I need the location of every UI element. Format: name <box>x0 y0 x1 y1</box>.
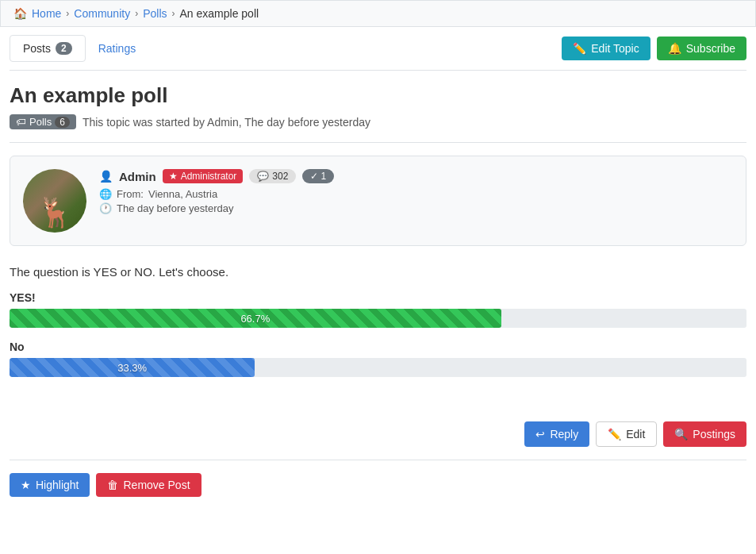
from-label: From: <box>117 188 144 200</box>
edit-icon: ✏️ <box>608 428 621 441</box>
breadcrumb-sep-2: › <box>135 8 138 19</box>
verified-badge: ✓ 1 <box>302 169 334 183</box>
tag-icon: 🏷 <box>16 116 26 128</box>
reply-button[interactable]: ↩ Reply <box>524 421 589 447</box>
poll-question: The question is YES or NO. Let's choose. <box>10 265 746 279</box>
post-section: 👤 Admin ★ Administrator 💬 302 ✓ 1 <box>10 143 746 460</box>
from-value: Vienna, Austria <box>148 188 217 200</box>
msg-count-badge: 💬 302 <box>249 169 296 183</box>
tab-ratings[interactable]: Ratings <box>86 36 148 61</box>
meta-row: 🏷 Polls 6 This topic was started by Admi… <box>10 114 746 129</box>
posts-count-badge: 2 <box>56 42 72 55</box>
role-badge: ★ Administrator <box>163 169 244 183</box>
edit-button[interactable]: ✏️ Edit <box>596 421 657 447</box>
subscribe-button[interactable]: 🔔 Subscribe <box>657 37 746 60</box>
user-icon: 👤 <box>99 170 113 183</box>
globe-icon: 🌐 <box>99 188 112 200</box>
role-label: Administrator <box>181 171 237 182</box>
polls-badge: 🏷 Polls 6 <box>10 114 76 129</box>
remove-post-label: Remove Post <box>123 479 190 491</box>
msg-count-value: 302 <box>272 171 288 182</box>
option2-label: No <box>10 340 746 353</box>
option1-pct: 66.7% <box>240 313 270 325</box>
subscribe-label: Subscribe <box>686 42 735 55</box>
option1-bar-wrap[interactable]: 66.7% <box>10 309 746 328</box>
tab-posts-label: Posts <box>23 42 51 55</box>
highlight-label: Highlight <box>36 479 79 491</box>
reply-label: Reply <box>550 428 578 441</box>
pencil-icon: ✏️ <box>573 42 586 55</box>
option2-pct: 33.3% <box>117 362 147 374</box>
home-icon: 🏠 <box>13 7 27 20</box>
meta-text: This topic was started by Admin, The day… <box>83 116 370 129</box>
breadcrumb: 🏠 Home › Community › Polls › An example … <box>0 0 756 27</box>
avatar <box>23 169 86 233</box>
breadcrumb-sep-1: › <box>66 8 69 19</box>
user-info: 👤 Admin ★ Administrator 💬 302 ✓ 1 <box>99 169 733 217</box>
edit-label: Edit <box>626 428 645 441</box>
option1-bar-fill: 66.7% <box>10 309 501 328</box>
bottom-actions: ★ Highlight 🗑 Remove Post <box>10 460 746 503</box>
post-time: The day before yesterday <box>117 202 233 214</box>
user-time-row: 🕐 The day before yesterday <box>99 202 733 214</box>
verified-count: 1 <box>320 171 326 182</box>
option2-bar-fill: 33.3% <box>10 358 255 377</box>
breadcrumb-home[interactable]: Home <box>32 7 61 20</box>
user-name-row: 👤 Admin ★ Administrator 💬 302 ✓ 1 <box>99 169 733 183</box>
breadcrumb-community[interactable]: Community <box>74 7 130 20</box>
tab-posts[interactable]: Posts 2 <box>10 35 86 62</box>
edit-topic-button[interactable]: ✏️ Edit Topic <box>562 37 650 60</box>
tabs-actions-bar: Posts 2 Ratings ✏️ Edit Topic 🔔 Subscrib… <box>10 27 746 71</box>
user-location-row: 🌐 From: Vienna, Austria <box>99 188 733 200</box>
bell-icon: 🔔 <box>668 42 681 55</box>
speech-icon: 💬 <box>257 171 269 182</box>
post-card: 👤 Admin ★ Administrator 💬 302 ✓ 1 <box>10 156 746 246</box>
search-icon: 🔍 <box>674 428 688 441</box>
star-highlight-icon: ★ <box>21 479 31 491</box>
edit-topic-label: Edit Topic <box>591 42 639 55</box>
breadcrumb-current: An example poll <box>180 7 259 20</box>
check-icon: ✓ <box>310 171 318 182</box>
header-actions: ✏️ Edit Topic 🔔 Subscribe <box>562 37 746 60</box>
polls-badge-label: Polls <box>29 116 52 128</box>
breadcrumb-polls[interactable]: Polls <box>143 7 167 20</box>
breadcrumb-sep-3: › <box>172 8 175 19</box>
remove-post-button[interactable]: 🗑 Remove Post <box>96 473 201 497</box>
poll-content: The question is YES or NO. Let's choose.… <box>10 259 746 396</box>
postings-button[interactable]: 🔍 Postings <box>663 421 746 447</box>
page-title: An example poll <box>10 71 746 114</box>
username: Admin <box>119 170 156 183</box>
trash-icon: 🗑 <box>107 479 118 491</box>
tab-ratings-label: Ratings <box>98 42 136 55</box>
postings-label: Postings <box>693 428 735 441</box>
option1-label: YES! <box>10 291 746 304</box>
option2-bar-wrap[interactable]: 33.3% <box>10 358 746 377</box>
star-icon: ★ <box>169 171 178 182</box>
tabs-row: Posts 2 Ratings <box>10 35 148 62</box>
post-actions: ↩ Reply ✏️ Edit 🔍 Postings <box>10 409 746 447</box>
highlight-button[interactable]: ★ Highlight <box>10 473 90 497</box>
clock-icon: 🕐 <box>99 202 112 214</box>
polls-badge-count: 6 <box>55 117 70 128</box>
reply-icon: ↩ <box>535 428 545 441</box>
